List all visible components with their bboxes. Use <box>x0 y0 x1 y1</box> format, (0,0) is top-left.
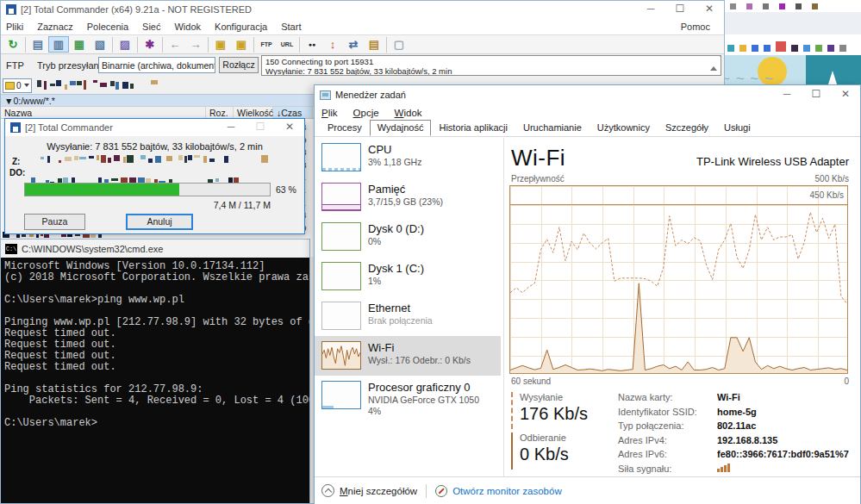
tm-footer-bar: Mniej szczegółów Otwórz monitor zasobów <box>315 476 860 504</box>
tm-close-button[interactable]: ✕ <box>831 87 860 103</box>
dialog-title-bar[interactable]: [2] Total Commander ─ ☐ ✕ <box>5 119 304 136</box>
notes-icon[interactable]: ▢ <box>389 36 409 53</box>
detail-label: Typ połączenia: <box>618 420 717 431</box>
sync-dirs-icon[interactable]: ⇄ <box>343 36 364 53</box>
folder-icon <box>5 82 15 90</box>
detail-row: Adres IPv4:192.168.8.135 <box>618 435 859 445</box>
tab-wydajność[interactable]: Wydajność <box>370 120 432 136</box>
tm-minimize-button[interactable]: ─ <box>772 87 802 103</box>
copy-clipboard-icon[interactable]: ▤ <box>364 36 384 53</box>
detail-label: Nazwa karty: <box>618 392 717 402</box>
dialog-minimize-button[interactable]: ─ <box>216 120 246 135</box>
sidebar-item-pamięć[interactable]: Pamięć3,7/15,9 GB (23%) <box>315 177 501 217</box>
brief-view-icon[interactable]: ▤ <box>28 36 48 53</box>
sidebar-item-name: Ethernet <box>368 302 501 314</box>
network-throughput-graph[interactable]: 450 Kb/s <box>509 185 848 374</box>
toolbar-separator <box>112 37 113 53</box>
tab-użytkownicy[interactable]: Użytkownicy <box>590 120 658 136</box>
search-icon[interactable]: ●● <box>302 36 322 53</box>
sidebar-item-cpu[interactable]: CPU3% 1,18 GHz <box>315 138 501 177</box>
ftp-connect-icon[interactable]: FTP <box>256 36 277 53</box>
sidebar-item-detail: 0% <box>368 236 501 246</box>
sidebar-item-dysk1c[interactable]: Dysk 1 (C:)1% <box>315 257 501 296</box>
legend-value: 0 Kb/s <box>520 445 606 464</box>
sidebar-item-name: Dysk 1 (C:) <box>368 262 501 275</box>
ftp-disconnect-button[interactable]: Rozłącz <box>219 57 259 73</box>
progress-bar-fill <box>25 184 179 196</box>
refresh-icon[interactable]: ↻ <box>3 36 23 53</box>
tc-minimize-button[interactable]: ─ <box>636 2 665 17</box>
sidebar-item-name: CPU <box>368 143 501 156</box>
folder-tabs-censored[interactable] <box>37 80 166 90</box>
drive-selector[interactable]: 0 <box>3 78 32 93</box>
toolbar-separator <box>208 37 209 53</box>
tc-maximize-button[interactable]: ☐ <box>665 2 695 17</box>
tc-close-button[interactable]: ✕ <box>695 2 724 17</box>
resource-monitor-icon <box>435 485 447 497</box>
console-output[interactable]: Microsoft Windows [Version 10.0.17134.11… <box>1 258 309 504</box>
connection-details: Nazwa karty:Wi-FiIdentyfikator SSID:home… <box>618 392 859 477</box>
unpack-icon[interactable]: ▣ <box>231 36 252 53</box>
detail-value: home-5g <box>717 407 757 417</box>
transfer-progress-dialog: [2] Total Commander ─ ☐ ✕ Wysyłanie: 7 8… <box>4 118 305 234</box>
background-file-icons <box>725 40 861 53</box>
less-details-button[interactable]: Mniej szczegółów <box>340 486 417 496</box>
tc-menu-sieć[interactable]: Sieć <box>142 22 160 32</box>
cancel-button[interactable]: Anuluj <box>126 214 193 230</box>
tc-menu-polecenia[interactable]: Polecenia <box>87 22 128 32</box>
detail-value: 802.11ac <box>717 420 756 431</box>
new-folder-icon[interactable]: ✱ <box>140 36 160 53</box>
tab-usługi[interactable]: Usługi <box>716 120 758 136</box>
tm-maximize-button[interactable]: ☐ <box>802 87 831 103</box>
sidebar-item-ethernet[interactable]: EthernetBrak połączenia <box>315 296 501 336</box>
sidebar-item-wi-fi[interactable]: Wi-FiWysł.: 176 Odebr.: 0 Kb/s <box>315 336 501 376</box>
sort-icon[interactable]: ↕ <box>322 36 343 53</box>
column-header-time[interactable]: ↓Czas <box>273 107 313 118</box>
ftp-transfer-mode-select[interactable]: Binarnie (archiwa, dokument <box>98 57 215 73</box>
dialog-maximize-button: ☐ <box>246 120 275 135</box>
tc-menu-widok[interactable]: Widok <box>174 22 201 32</box>
back-icon[interactable]: ← <box>165 36 185 53</box>
sidebar-item-detail2: 4% <box>368 406 501 416</box>
progress-percent: 63 % <box>276 184 296 195</box>
column-header-name[interactable]: Nazwa <box>1 107 206 118</box>
legend-value: 176 Kb/s <box>520 404 606 424</box>
ftp-label: FTP <box>6 60 24 71</box>
chevron-up-circle-icon[interactable] <box>321 484 334 497</box>
sidebar-item-procesorgraficzny0[interactable]: Procesor graficzny 0NVIDIA GeForce GTX 1… <box>315 376 501 415</box>
ftp-status-scrollbar[interactable] <box>710 57 720 75</box>
sidebar-item-name: Procesor graficzny 0 <box>368 381 501 394</box>
forward-icon[interactable]: → <box>185 36 206 53</box>
censored-source-path <box>31 155 272 165</box>
pack-icon[interactable]: ▣ <box>210 36 231 53</box>
tm-menu-widok[interactable]: Widok <box>395 108 422 118</box>
tab-historia-aplikacji[interactable]: Historia aplikacji <box>431 120 515 136</box>
tc-title-bar[interactable]: [2] Total Commander (x64) 9.21a - NOT RE… <box>1 1 724 18</box>
tm-menu-opcje[interactable]: Opcje <box>353 108 379 118</box>
sidebar-item-name: Pamięć <box>368 183 501 196</box>
cmd-title-bar[interactable]: C:\ C:\WINDOWS\system32\cmd.exe <box>1 240 309 258</box>
column-header-ext[interactable]: Roz. <box>206 107 234 118</box>
quick-view-icon[interactable]: ▨ <box>115 36 135 53</box>
tab-uruchamianie[interactable]: Uruchamianie <box>515 120 590 136</box>
column-header-size[interactable]: Wielkość <box>234 107 273 118</box>
source-label: Z: <box>12 157 20 166</box>
pause-button[interactable]: Pauza <box>24 214 85 230</box>
ftp-url-icon[interactable]: URL <box>277 36 297 53</box>
tc-menu-start[interactable]: Start <box>281 22 301 32</box>
tc-menu-konfiguracja[interactable]: Konfiguracja <box>215 22 267 32</box>
tm-menu-plik[interactable]: Plik <box>321 108 338 118</box>
dialog-close-button[interactable]: ✕ <box>275 120 304 135</box>
sidebar-item-dysk0d[interactable]: Dysk 0 (D:)0% <box>315 217 501 257</box>
open-resource-monitor-link[interactable]: Otwórz monitor zasobów <box>452 486 562 496</box>
tm-title-bar[interactable]: Menedżer zadań ─ ☐ ✕ <box>315 85 860 104</box>
tc-menu-pomoc[interactable]: Pomoc <box>681 22 710 32</box>
thumbnails-view-icon[interactable]: ▦ <box>69 36 90 53</box>
detail-row: Nazwa karty:Wi-Fi <box>618 392 859 402</box>
tree-view-icon[interactable]: ▧ <box>90 36 110 53</box>
tc-menu-pliki[interactable]: Pliki <box>6 22 23 32</box>
tab-procesy[interactable]: Procesy <box>320 120 370 136</box>
full-view-icon[interactable]: ▥ <box>48 36 69 53</box>
tc-menu-zaznacz[interactable]: Zaznacz <box>37 22 73 32</box>
tab-szczegóły[interactable]: Szczegóły <box>658 120 716 136</box>
